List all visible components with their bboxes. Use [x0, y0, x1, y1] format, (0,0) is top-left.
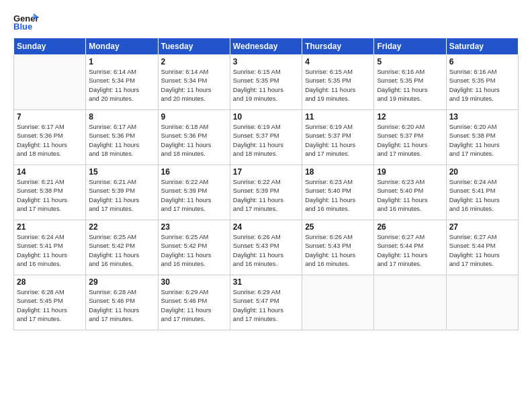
calendar-day-cell [302, 275, 374, 330]
calendar-day-cell: 13Sunrise: 6:20 AM Sunset: 5:38 PM Dayli… [446, 110, 518, 165]
day-info: Sunrise: 6:14 AM Sunset: 5:34 PM Dayligh… [161, 68, 227, 104]
calendar-week-row: 14Sunrise: 6:21 AM Sunset: 5:38 PM Dayli… [14, 165, 519, 220]
day-info: Sunrise: 6:17 AM Sunset: 5:36 PM Dayligh… [89, 123, 154, 159]
day-number: 18 [305, 167, 371, 177]
day-info: Sunrise: 6:19 AM Sunset: 5:37 PM Dayligh… [305, 123, 371, 159]
calendar-day-cell: 9Sunrise: 6:18 AM Sunset: 5:36 PM Daylig… [158, 110, 230, 165]
day-number: 13 [449, 112, 515, 122]
svg-text:Blue: Blue [13, 21, 32, 32]
day-info: Sunrise: 6:29 AM Sunset: 5:47 PM Dayligh… [233, 288, 299, 324]
calendar-day-cell: 8Sunrise: 6:17 AM Sunset: 5:36 PM Daylig… [86, 110, 158, 165]
day-info: Sunrise: 6:20 AM Sunset: 5:38 PM Dayligh… [449, 123, 515, 159]
weekday-header: Saturday [446, 38, 518, 55]
day-info: Sunrise: 6:23 AM Sunset: 5:40 PM Dayligh… [305, 178, 371, 214]
calendar-day-cell: 2Sunrise: 6:14 AM Sunset: 5:34 PM Daylig… [158, 55, 230, 110]
calendar-day-cell: 25Sunrise: 6:26 AM Sunset: 5:43 PM Dayli… [302, 220, 374, 275]
day-number: 31 [233, 277, 299, 287]
day-number: 8 [89, 112, 154, 122]
calendar-week-row: 21Sunrise: 6:24 AM Sunset: 5:41 PM Dayli… [14, 220, 519, 275]
day-info: Sunrise: 6:16 AM Sunset: 5:35 PM Dayligh… [449, 68, 515, 104]
calendar-day-cell: 23Sunrise: 6:25 AM Sunset: 5:42 PM Dayli… [158, 220, 230, 275]
logo: General Blue [13, 12, 39, 32]
day-number: 23 [161, 222, 227, 232]
day-number: 25 [305, 222, 371, 232]
calendar-day-cell: 1Sunrise: 6:14 AM Sunset: 5:34 PM Daylig… [86, 55, 158, 110]
day-number: 16 [161, 167, 227, 177]
weekday-header: Thursday [302, 38, 374, 55]
logo-icon: General Blue [13, 12, 39, 32]
day-number: 17 [233, 167, 299, 177]
calendar-day-cell [14, 55, 86, 110]
weekday-header: Friday [374, 38, 446, 55]
day-info: Sunrise: 6:15 AM Sunset: 5:35 PM Dayligh… [305, 68, 371, 104]
calendar-day-cell: 14Sunrise: 6:21 AM Sunset: 5:38 PM Dayli… [14, 165, 86, 220]
calendar-day-cell: 12Sunrise: 6:20 AM Sunset: 5:37 PM Dayli… [374, 110, 446, 165]
weekday-header: Monday [86, 38, 158, 55]
calendar-day-cell: 31Sunrise: 6:29 AM Sunset: 5:47 PM Dayli… [230, 275, 302, 330]
day-number: 29 [89, 277, 154, 287]
page: General Blue SundayMondayTuesdayWednesda… [0, 0, 532, 411]
day-number: 20 [449, 167, 515, 177]
day-number: 10 [233, 112, 299, 122]
calendar-day-cell: 30Sunrise: 6:29 AM Sunset: 5:46 PM Dayli… [158, 275, 230, 330]
day-info: Sunrise: 6:24 AM Sunset: 5:41 PM Dayligh… [17, 233, 83, 269]
calendar-day-cell: 3Sunrise: 6:15 AM Sunset: 5:35 PM Daylig… [230, 55, 302, 110]
day-number: 27 [449, 222, 515, 232]
day-info: Sunrise: 6:21 AM Sunset: 5:39 PM Dayligh… [89, 178, 154, 214]
weekday-header: Wednesday [230, 38, 302, 55]
day-info: Sunrise: 6:23 AM Sunset: 5:40 PM Dayligh… [377, 178, 443, 214]
day-number: 11 [305, 112, 371, 122]
calendar-header-row: SundayMondayTuesdayWednesdayThursdayFrid… [14, 38, 519, 55]
day-info: Sunrise: 6:18 AM Sunset: 5:36 PM Dayligh… [161, 123, 227, 159]
calendar-day-cell: 24Sunrise: 6:26 AM Sunset: 5:43 PM Dayli… [230, 220, 302, 275]
day-info: Sunrise: 6:28 AM Sunset: 5:46 PM Dayligh… [89, 288, 154, 324]
calendar-day-cell: 5Sunrise: 6:16 AM Sunset: 5:35 PM Daylig… [374, 55, 446, 110]
day-number: 24 [233, 222, 299, 232]
day-info: Sunrise: 6:25 AM Sunset: 5:42 PM Dayligh… [89, 233, 154, 269]
calendar-day-cell: 19Sunrise: 6:23 AM Sunset: 5:40 PM Dayli… [374, 165, 446, 220]
day-info: Sunrise: 6:25 AM Sunset: 5:42 PM Dayligh… [161, 233, 227, 269]
calendar-day-cell: 17Sunrise: 6:22 AM Sunset: 5:39 PM Dayli… [230, 165, 302, 220]
day-info: Sunrise: 6:14 AM Sunset: 5:34 PM Dayligh… [89, 68, 154, 104]
day-number: 15 [89, 167, 154, 177]
day-info: Sunrise: 6:26 AM Sunset: 5:43 PM Dayligh… [305, 233, 371, 269]
day-number: 6 [449, 57, 515, 66]
calendar-day-cell: 4Sunrise: 6:15 AM Sunset: 5:35 PM Daylig… [302, 55, 374, 110]
day-info: Sunrise: 6:24 AM Sunset: 5:41 PM Dayligh… [449, 178, 515, 214]
day-number: 7 [17, 112, 83, 122]
calendar-day-cell: 15Sunrise: 6:21 AM Sunset: 5:39 PM Dayli… [86, 165, 158, 220]
header: General Blue [13, 12, 519, 32]
day-number: 9 [161, 112, 227, 122]
day-info: Sunrise: 6:22 AM Sunset: 5:39 PM Dayligh… [161, 178, 227, 214]
day-info: Sunrise: 6:27 AM Sunset: 5:44 PM Dayligh… [449, 233, 515, 269]
day-info: Sunrise: 6:20 AM Sunset: 5:37 PM Dayligh… [377, 123, 443, 159]
day-number: 22 [89, 222, 154, 232]
day-number: 5 [377, 57, 443, 66]
calendar-day-cell: 21Sunrise: 6:24 AM Sunset: 5:41 PM Dayli… [14, 220, 86, 275]
weekday-header: Sunday [14, 38, 86, 55]
day-info: Sunrise: 6:26 AM Sunset: 5:43 PM Dayligh… [233, 233, 299, 269]
calendar-day-cell: 27Sunrise: 6:27 AM Sunset: 5:44 PM Dayli… [446, 220, 518, 275]
calendar: SundayMondayTuesdayWednesdayThursdayFrid… [13, 38, 519, 330]
calendar-day-cell: 6Sunrise: 6:16 AM Sunset: 5:35 PM Daylig… [446, 55, 518, 110]
day-info: Sunrise: 6:19 AM Sunset: 5:37 PM Dayligh… [233, 123, 299, 159]
calendar-day-cell: 7Sunrise: 6:17 AM Sunset: 5:36 PM Daylig… [14, 110, 86, 165]
calendar-week-row: 1Sunrise: 6:14 AM Sunset: 5:34 PM Daylig… [14, 55, 519, 110]
day-info: Sunrise: 6:16 AM Sunset: 5:35 PM Dayligh… [377, 68, 443, 104]
calendar-day-cell: 26Sunrise: 6:27 AM Sunset: 5:44 PM Dayli… [374, 220, 446, 275]
day-number: 14 [17, 167, 83, 177]
calendar-week-row: 7Sunrise: 6:17 AM Sunset: 5:36 PM Daylig… [14, 110, 519, 165]
weekday-header: Tuesday [158, 38, 230, 55]
day-number: 3 [233, 57, 299, 66]
day-number: 21 [17, 222, 83, 232]
calendar-day-cell: 18Sunrise: 6:23 AM Sunset: 5:40 PM Dayli… [302, 165, 374, 220]
day-number: 26 [377, 222, 443, 232]
day-number: 2 [161, 57, 227, 66]
calendar-day-cell: 11Sunrise: 6:19 AM Sunset: 5:37 PM Dayli… [302, 110, 374, 165]
day-info: Sunrise: 6:21 AM Sunset: 5:38 PM Dayligh… [17, 178, 83, 214]
calendar-week-row: 28Sunrise: 6:28 AM Sunset: 5:45 PM Dayli… [14, 275, 519, 330]
calendar-day-cell [374, 275, 446, 330]
calendar-day-cell: 10Sunrise: 6:19 AM Sunset: 5:37 PM Dayli… [230, 110, 302, 165]
calendar-day-cell [446, 275, 518, 330]
day-info: Sunrise: 6:17 AM Sunset: 5:36 PM Dayligh… [17, 123, 83, 159]
